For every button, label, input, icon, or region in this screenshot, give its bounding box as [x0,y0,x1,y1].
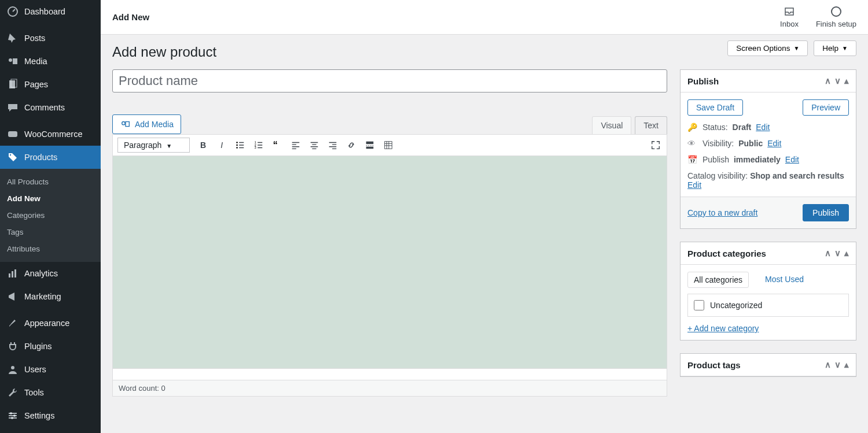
media-icon [120,119,131,130]
sidebar-item-label: Appearance [24,319,69,328]
category-item[interactable]: Uncategorized [694,300,843,310]
svg-point-12 [13,415,16,417]
submenu-tags[interactable]: Tags [0,224,101,240]
publish-button[interactable]: Publish [803,204,849,221]
status-label: Status: [703,123,728,132]
screen-options-button[interactable]: Screen Options ▼ [727,40,808,56]
edit-visibility-link[interactable]: Edit [767,139,781,148]
align-center-button[interactable] [308,139,321,151]
sidebar-item-label: Products [24,153,57,162]
pages-icon [7,79,19,90]
format-selector[interactable]: Paragraph ▼ [117,138,190,153]
wrench-icon [7,387,19,398]
svg-point-10 [11,366,14,369]
sidebar-item-label: Plugins [24,342,52,351]
admin-sidebar: Dashboard Posts Media Pages Comments Woo… [0,0,101,433]
sidebar-item-products[interactable]: Products [0,146,101,169]
move-up-icon[interactable]: ∧ [825,76,831,86]
key-icon: 🔑 [687,123,698,132]
edit-status-link[interactable]: Edit [756,123,770,132]
topbar-title: Add New [112,12,149,22]
collapse-icon[interactable]: ▴ [844,248,849,258]
help-button[interactable]: Help ▼ [814,40,856,56]
move-down-icon[interactable]: ∨ [834,360,841,370]
move-up-icon[interactable]: ∧ [825,360,831,370]
sidebar-item-pages[interactable]: Pages [0,73,101,96]
bullet-list-button[interactable] [234,139,247,151]
top-bar: Add New Inbox Finish setup [101,0,868,35]
svg-rect-14 [785,8,793,15]
preview-button[interactable]: Preview [803,99,849,116]
align-right-button[interactable] [326,139,339,151]
cat-tab-all[interactable]: All categories [687,272,749,288]
sidebar-item-label: Pages [24,80,48,89]
sidebar-item-plugins[interactable]: Plugins [0,335,101,358]
sidebar-item-analytics[interactable]: Analytics [0,262,101,285]
bold-button[interactable]: B [197,139,209,151]
visibility-value: Public [738,139,763,148]
italic-button[interactable]: I [215,139,228,151]
toolbar-toggle-button[interactable] [382,139,395,151]
inbox-label: Inbox [780,20,799,28]
sidebar-item-comments[interactable]: Comments [0,96,101,119]
sidebar-item-dashboard[interactable]: Dashboard [0,0,101,23]
brush-icon [7,317,19,329]
cat-tab-most-used[interactable]: Most Used [759,272,810,288]
align-left-button[interactable] [289,139,302,151]
inbox-button[interactable]: Inbox [780,6,799,28]
numbered-list-button[interactable]: 123 [252,139,265,151]
svg-rect-17 [126,122,129,127]
link-button[interactable] [345,139,358,151]
page-body: Screen Options ▼ Help ▼ Add new product … [101,35,868,408]
sidebar-item-users[interactable]: Users [0,358,101,381]
sidebar-item-settings[interactable]: Settings [0,404,101,427]
svg-point-19 [236,145,238,146]
submenu-all-products[interactable]: All Products [0,173,101,190]
submenu-categories[interactable]: Categories [0,207,101,224]
svg-point-6 [10,154,11,156]
sidebar-item-appearance[interactable]: Appearance [0,312,101,335]
move-down-icon[interactable]: ∨ [834,248,841,258]
edit-catalog-link[interactable]: Edit [687,180,701,190]
blockquote-button[interactable]: “ [271,139,284,151]
sidebar-item-woocommerce[interactable]: WooCommerce [0,123,101,146]
submenu-attributes[interactable]: Attributes [0,240,101,257]
category-label: Uncategorized [710,301,762,310]
editor-footer-blank [113,368,667,380]
products-submenu: All Products Add New Categories Tags Att… [0,169,101,262]
collapse-icon[interactable]: ▴ [844,76,849,86]
svg-point-11 [10,412,12,415]
editor-tab-visual[interactable]: Visual [592,116,631,134]
finish-setup-button[interactable]: Finish setup [816,6,856,28]
dashboard-icon [7,6,19,17]
media-icon [7,55,19,67]
add-media-button[interactable]: Add Media [112,114,181,134]
circle-icon [830,6,842,17]
megaphone-icon [7,291,19,302]
copy-draft-link[interactable]: Copy to a new draft [687,208,757,217]
sidebar-item-posts[interactable]: Posts [0,27,101,50]
submenu-add-new[interactable]: Add New [0,190,101,207]
product-name-input[interactable] [112,69,667,92]
save-draft-button[interactable]: Save Draft [687,99,743,116]
sidebar-item-media[interactable]: Media [0,50,101,73]
move-down-icon[interactable]: ∨ [834,76,841,86]
add-new-category-link[interactable]: + Add new category [687,324,759,333]
category-checkbox[interactable] [694,300,704,310]
edit-publish-link[interactable]: Edit [785,155,799,164]
comments-icon [7,102,19,113]
collapse-icon[interactable]: ▴ [844,360,849,370]
readmore-button[interactable] [363,139,376,151]
svg-rect-26 [366,147,374,149]
move-up-icon[interactable]: ∧ [825,248,831,258]
editor-content[interactable] [113,156,667,368]
sidebar-item-tools[interactable]: Tools [0,381,101,404]
sidebar-item-marketing[interactable]: Marketing [0,285,101,308]
sidebar-item-label: WooCommerce [24,129,82,139]
editor-toolbar: Paragraph ▼ B I 123 “ [113,135,667,156]
editor-status-bar: Word count: 0 [113,380,667,396]
category-list: Uncategorized [687,294,849,317]
fullscreen-button[interactable] [649,139,662,151]
editor-tab-text[interactable]: Text [635,116,667,134]
publish-label: Publish [703,155,729,164]
